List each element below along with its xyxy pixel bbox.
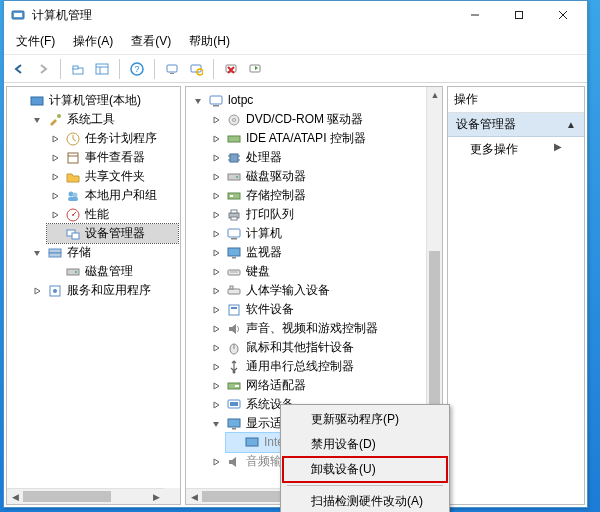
disk-icon <box>65 264 81 280</box>
dev-computer[interactable]: 计算机 <box>208 224 440 243</box>
window-title: 计算机管理 <box>32 7 453 24</box>
dev-sound[interactable]: 声音、视频和游戏控制器 <box>208 319 440 338</box>
expander-open-icon[interactable] <box>210 418 222 430</box>
expander-open-icon[interactable] <box>31 247 43 259</box>
expander-icon[interactable] <box>49 152 61 164</box>
cpu-icon <box>226 150 242 166</box>
expander-icon[interactable] <box>210 456 222 468</box>
expander-icon[interactable] <box>210 380 222 392</box>
svg-point-34 <box>75 271 77 273</box>
expander-icon[interactable] <box>210 209 222 221</box>
dev-mouse[interactable]: 鼠标和其他指针设备 <box>208 338 440 357</box>
tools-icon <box>47 112 63 128</box>
expander-icon[interactable] <box>210 133 222 145</box>
tb-help[interactable]: ? <box>126 58 148 80</box>
expander-icon[interactable] <box>49 171 61 183</box>
tb-scan-icon[interactable] <box>185 58 207 80</box>
tb-up[interactable] <box>67 58 89 80</box>
svg-rect-41 <box>228 136 240 142</box>
expander-icon[interactable] <box>210 171 222 183</box>
scroll-thumb[interactable] <box>23 491 111 502</box>
dev-root[interactable]: lotpc <box>190 91 440 110</box>
svg-rect-54 <box>228 229 240 237</box>
dev-disk-drive[interactable]: 磁盘驱动器 <box>208 167 440 186</box>
nav-tree[interactable]: 计算机管理(本地) 系统工具 <box>7 87 180 504</box>
tree-disk-mgmt[interactable]: 磁盘管理 <box>47 262 178 281</box>
cm-disable-device[interactable]: 禁用设备(D) <box>283 432 447 457</box>
expander-icon[interactable] <box>210 323 222 335</box>
device-mgr-icon <box>65 226 81 242</box>
menu-action[interactable]: 操作(A) <box>65 31 121 52</box>
close-button[interactable] <box>541 1 585 29</box>
expander-icon[interactable] <box>210 342 222 354</box>
tb-back[interactable] <box>8 58 30 80</box>
dev-hid[interactable]: 人体学输入设备 <box>208 281 440 300</box>
tree-device-manager[interactable]: 设备管理器 <box>47 224 178 243</box>
scroll-left-icon[interactable]: ◀ <box>7 489 23 505</box>
svg-rect-63 <box>231 307 237 309</box>
menu-help[interactable]: 帮助(H) <box>181 31 238 52</box>
tb-show-hide[interactable] <box>91 58 113 80</box>
expander-icon[interactable] <box>31 285 43 297</box>
dev-dvd[interactable]: DVD/CD-ROM 驱动器 <box>208 110 440 129</box>
expander-icon[interactable] <box>210 247 222 259</box>
services-icon <box>47 283 63 299</box>
computer-mgmt-icon <box>29 93 45 109</box>
tree-task-scheduler[interactable]: 任务计划程序 <box>47 129 178 148</box>
toolbar-separator <box>119 59 120 79</box>
dev-cpu[interactable]: 处理器 <box>208 148 440 167</box>
cm-uninstall-device[interactable]: 卸载设备(U) <box>283 457 447 482</box>
tree-event-viewer[interactable]: 事件查看器 <box>47 148 178 167</box>
actions-more[interactable]: 更多操作 ▶ <box>448 137 584 162</box>
tree-system-tools[interactable]: 系统工具 <box>29 110 178 129</box>
dev-ide[interactable]: IDE ATA/ATAPI 控制器 <box>208 129 440 148</box>
scroll-right-icon[interactable]: ▶ <box>148 489 164 505</box>
svg-point-66 <box>233 370 236 373</box>
tree-root[interactable]: 计算机管理(本地) <box>11 91 178 110</box>
dev-software[interactable]: 软件设备 <box>208 300 440 319</box>
maximize-button[interactable] <box>497 1 541 29</box>
expander-icon[interactable] <box>210 361 222 373</box>
tree-shared-folders[interactable]: 共享文件夹 <box>47 167 178 186</box>
dev-usb[interactable]: 通用串行总线控制器 <box>208 357 440 376</box>
cm-update-driver[interactable]: 更新驱动程序(P) <box>283 407 447 432</box>
dev-monitor[interactable]: 监视器 <box>208 243 440 262</box>
tree-local-users[interactable]: 本地用户和组 <box>47 186 178 205</box>
expander-open-icon[interactable] <box>31 114 43 126</box>
expander-icon[interactable] <box>49 190 61 202</box>
scrollbar-horizontal[interactable]: ◀ ▶ <box>7 488 164 504</box>
cm-scan-hardware[interactable]: 扫描检测硬件改动(A) <box>283 489 447 512</box>
expander-icon[interactable] <box>210 304 222 316</box>
expander-icon[interactable] <box>210 152 222 164</box>
tree-services-apps[interactable]: 服务和应用程序 <box>29 281 178 300</box>
expander-icon[interactable] <box>210 399 222 411</box>
scroll-track[interactable] <box>23 489 148 504</box>
collapse-icon[interactable]: ▲ <box>566 119 576 130</box>
expander-icon[interactable] <box>210 190 222 202</box>
expander-icon[interactable] <box>210 114 222 126</box>
expander-open-icon[interactable] <box>192 95 204 107</box>
menu-file[interactable]: 文件(F) <box>8 31 63 52</box>
tb-enable-icon[interactable] <box>244 58 266 80</box>
menu-view[interactable]: 查看(V) <box>123 31 179 52</box>
mouse-icon <box>226 340 242 356</box>
dev-print-queue[interactable]: 打印队列 <box>208 205 440 224</box>
expander-icon[interactable] <box>49 209 61 221</box>
scroll-up-icon[interactable]: ▲ <box>427 87 443 103</box>
svg-rect-13 <box>167 65 177 72</box>
expander-icon[interactable] <box>210 285 222 297</box>
tree-performance[interactable]: 性能 <box>47 205 178 224</box>
dev-net-adapter[interactable]: 网络适配器 <box>208 376 440 395</box>
dev-keyboard[interactable]: 键盘 <box>208 262 440 281</box>
tb-uninstall-icon[interactable] <box>220 58 242 80</box>
expander-icon[interactable] <box>210 266 222 278</box>
minimize-button[interactable] <box>453 1 497 29</box>
expander-icon[interactable] <box>210 228 222 240</box>
expander-icon[interactable] <box>49 133 61 145</box>
dev-storage-ctrl[interactable]: 存储控制器 <box>208 186 440 205</box>
actions-section[interactable]: 设备管理器 ▲ <box>448 113 584 137</box>
tb-computer-icon[interactable] <box>161 58 183 80</box>
scroll-left-icon[interactable]: ◀ <box>186 489 202 505</box>
tree-storage[interactable]: 存储 <box>29 243 178 262</box>
tb-forward[interactable] <box>32 58 54 80</box>
